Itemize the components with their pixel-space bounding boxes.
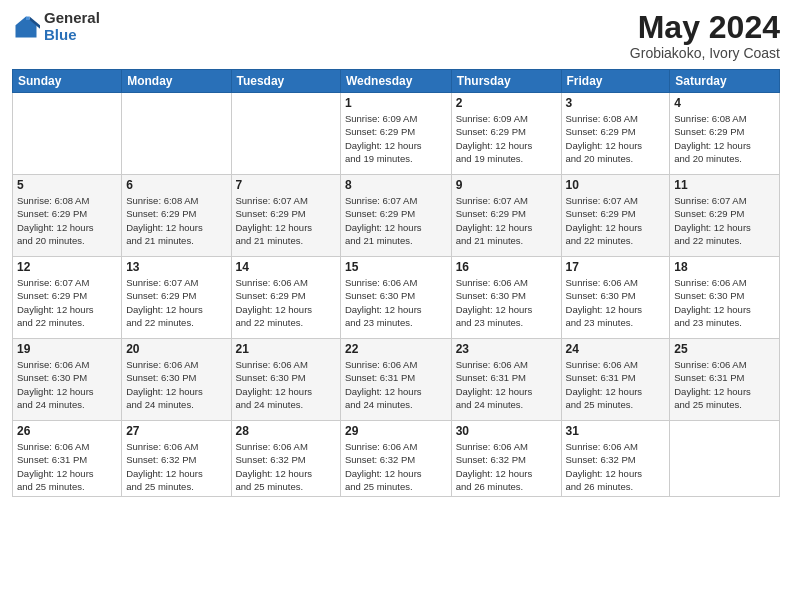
day-info-23: Sunrise: 6:06 AM Sunset: 6:31 PM Dayligh… bbox=[456, 358, 557, 411]
header-wednesday: Wednesday bbox=[340, 70, 451, 93]
calendar-cell-w0-d4: 2Sunrise: 6:09 AM Sunset: 6:29 PM Daylig… bbox=[451, 93, 561, 175]
day-number-8: 8 bbox=[345, 178, 447, 192]
calendar-cell-w4-d6 bbox=[670, 421, 780, 497]
location: Grobiakoko, Ivory Coast bbox=[630, 45, 780, 61]
day-info-26: Sunrise: 6:06 AM Sunset: 6:31 PM Dayligh… bbox=[17, 440, 117, 493]
calendar-cell-w3-d6: 25Sunrise: 6:06 AM Sunset: 6:31 PM Dayli… bbox=[670, 339, 780, 421]
day-number-7: 7 bbox=[236, 178, 336, 192]
logo: General Blue bbox=[12, 10, 100, 43]
calendar-cell-w2-d5: 17Sunrise: 6:06 AM Sunset: 6:30 PM Dayli… bbox=[561, 257, 670, 339]
day-number-11: 11 bbox=[674, 178, 775, 192]
calendar-cell-w2-d1: 13Sunrise: 6:07 AM Sunset: 6:29 PM Dayli… bbox=[122, 257, 231, 339]
calendar-cell-w2-d4: 16Sunrise: 6:06 AM Sunset: 6:30 PM Dayli… bbox=[451, 257, 561, 339]
month-year: May 2024 bbox=[630, 10, 780, 45]
week-row-3: 19Sunrise: 6:06 AM Sunset: 6:30 PM Dayli… bbox=[13, 339, 780, 421]
day-info-7: Sunrise: 6:07 AM Sunset: 6:29 PM Dayligh… bbox=[236, 194, 336, 247]
day-info-31: Sunrise: 6:06 AM Sunset: 6:32 PM Dayligh… bbox=[566, 440, 666, 493]
day-info-30: Sunrise: 6:06 AM Sunset: 6:32 PM Dayligh… bbox=[456, 440, 557, 493]
day-info-3: Sunrise: 6:08 AM Sunset: 6:29 PM Dayligh… bbox=[566, 112, 666, 165]
day-info-21: Sunrise: 6:06 AM Sunset: 6:30 PM Dayligh… bbox=[236, 358, 336, 411]
day-info-2: Sunrise: 6:09 AM Sunset: 6:29 PM Dayligh… bbox=[456, 112, 557, 165]
logo-text: General Blue bbox=[44, 10, 100, 43]
day-number-4: 4 bbox=[674, 96, 775, 110]
day-number-16: 16 bbox=[456, 260, 557, 274]
day-number-1: 1 bbox=[345, 96, 447, 110]
day-info-11: Sunrise: 6:07 AM Sunset: 6:29 PM Dayligh… bbox=[674, 194, 775, 247]
calendar-cell-w2-d6: 18Sunrise: 6:06 AM Sunset: 6:30 PM Dayli… bbox=[670, 257, 780, 339]
week-row-2: 12Sunrise: 6:07 AM Sunset: 6:29 PM Dayli… bbox=[13, 257, 780, 339]
day-info-14: Sunrise: 6:06 AM Sunset: 6:29 PM Dayligh… bbox=[236, 276, 336, 329]
svg-marker-2 bbox=[26, 16, 30, 20]
calendar-cell-w2-d2: 14Sunrise: 6:06 AM Sunset: 6:29 PM Dayli… bbox=[231, 257, 340, 339]
day-number-9: 9 bbox=[456, 178, 557, 192]
calendar-cell-w3-d4: 23Sunrise: 6:06 AM Sunset: 6:31 PM Dayli… bbox=[451, 339, 561, 421]
header: General Blue May 2024 Grobiakoko, Ivory … bbox=[12, 10, 780, 61]
day-number-23: 23 bbox=[456, 342, 557, 356]
day-number-14: 14 bbox=[236, 260, 336, 274]
calendar-cell-w0-d2 bbox=[231, 93, 340, 175]
calendar-cell-w1-d0: 5Sunrise: 6:08 AM Sunset: 6:29 PM Daylig… bbox=[13, 175, 122, 257]
day-number-6: 6 bbox=[126, 178, 226, 192]
day-number-29: 29 bbox=[345, 424, 447, 438]
header-friday: Friday bbox=[561, 70, 670, 93]
calendar-cell-w0-d6: 4Sunrise: 6:08 AM Sunset: 6:29 PM Daylig… bbox=[670, 93, 780, 175]
calendar-cell-w4-d0: 26Sunrise: 6:06 AM Sunset: 6:31 PM Dayli… bbox=[13, 421, 122, 497]
day-info-20: Sunrise: 6:06 AM Sunset: 6:30 PM Dayligh… bbox=[126, 358, 226, 411]
day-info-10: Sunrise: 6:07 AM Sunset: 6:29 PM Dayligh… bbox=[566, 194, 666, 247]
day-number-25: 25 bbox=[674, 342, 775, 356]
day-number-3: 3 bbox=[566, 96, 666, 110]
day-info-8: Sunrise: 6:07 AM Sunset: 6:29 PM Dayligh… bbox=[345, 194, 447, 247]
day-info-5: Sunrise: 6:08 AM Sunset: 6:29 PM Dayligh… bbox=[17, 194, 117, 247]
logo-general-text: General bbox=[44, 10, 100, 27]
day-info-9: Sunrise: 6:07 AM Sunset: 6:29 PM Dayligh… bbox=[456, 194, 557, 247]
day-number-5: 5 bbox=[17, 178, 117, 192]
day-number-12: 12 bbox=[17, 260, 117, 274]
day-info-13: Sunrise: 6:07 AM Sunset: 6:29 PM Dayligh… bbox=[126, 276, 226, 329]
week-row-1: 5Sunrise: 6:08 AM Sunset: 6:29 PM Daylig… bbox=[13, 175, 780, 257]
header-saturday: Saturday bbox=[670, 70, 780, 93]
logo-icon bbox=[12, 13, 40, 41]
day-number-19: 19 bbox=[17, 342, 117, 356]
day-number-30: 30 bbox=[456, 424, 557, 438]
calendar-cell-w1-d5: 10Sunrise: 6:07 AM Sunset: 6:29 PM Dayli… bbox=[561, 175, 670, 257]
day-number-18: 18 bbox=[674, 260, 775, 274]
day-number-20: 20 bbox=[126, 342, 226, 356]
day-info-17: Sunrise: 6:06 AM Sunset: 6:30 PM Dayligh… bbox=[566, 276, 666, 329]
calendar-cell-w4-d3: 29Sunrise: 6:06 AM Sunset: 6:32 PM Dayli… bbox=[340, 421, 451, 497]
calendar-cell-w1-d3: 8Sunrise: 6:07 AM Sunset: 6:29 PM Daylig… bbox=[340, 175, 451, 257]
day-info-12: Sunrise: 6:07 AM Sunset: 6:29 PM Dayligh… bbox=[17, 276, 117, 329]
week-row-0: 1Sunrise: 6:09 AM Sunset: 6:29 PM Daylig… bbox=[13, 93, 780, 175]
page: General Blue May 2024 Grobiakoko, Ivory … bbox=[0, 0, 792, 612]
calendar-cell-w0-d3: 1Sunrise: 6:09 AM Sunset: 6:29 PM Daylig… bbox=[340, 93, 451, 175]
day-info-25: Sunrise: 6:06 AM Sunset: 6:31 PM Dayligh… bbox=[674, 358, 775, 411]
day-number-24: 24 bbox=[566, 342, 666, 356]
day-info-27: Sunrise: 6:06 AM Sunset: 6:32 PM Dayligh… bbox=[126, 440, 226, 493]
header-tuesday: Tuesday bbox=[231, 70, 340, 93]
calendar-cell-w1-d6: 11Sunrise: 6:07 AM Sunset: 6:29 PM Dayli… bbox=[670, 175, 780, 257]
calendar-cell-w1-d1: 6Sunrise: 6:08 AM Sunset: 6:29 PM Daylig… bbox=[122, 175, 231, 257]
header-thursday: Thursday bbox=[451, 70, 561, 93]
calendar-cell-w4-d2: 28Sunrise: 6:06 AM Sunset: 6:32 PM Dayli… bbox=[231, 421, 340, 497]
day-info-15: Sunrise: 6:06 AM Sunset: 6:30 PM Dayligh… bbox=[345, 276, 447, 329]
day-number-10: 10 bbox=[566, 178, 666, 192]
day-number-21: 21 bbox=[236, 342, 336, 356]
day-number-15: 15 bbox=[345, 260, 447, 274]
calendar-cell-w3-d5: 24Sunrise: 6:06 AM Sunset: 6:31 PM Dayli… bbox=[561, 339, 670, 421]
day-info-16: Sunrise: 6:06 AM Sunset: 6:30 PM Dayligh… bbox=[456, 276, 557, 329]
day-info-28: Sunrise: 6:06 AM Sunset: 6:32 PM Dayligh… bbox=[236, 440, 336, 493]
week-row-4: 26Sunrise: 6:06 AM Sunset: 6:31 PM Dayli… bbox=[13, 421, 780, 497]
calendar-cell-w3-d0: 19Sunrise: 6:06 AM Sunset: 6:30 PM Dayli… bbox=[13, 339, 122, 421]
day-number-13: 13 bbox=[126, 260, 226, 274]
calendar-cell-w2-d0: 12Sunrise: 6:07 AM Sunset: 6:29 PM Dayli… bbox=[13, 257, 122, 339]
header-monday: Monday bbox=[122, 70, 231, 93]
day-info-24: Sunrise: 6:06 AM Sunset: 6:31 PM Dayligh… bbox=[566, 358, 666, 411]
calendar-cell-w3-d3: 22Sunrise: 6:06 AM Sunset: 6:31 PM Dayli… bbox=[340, 339, 451, 421]
calendar-cell-w4-d1: 27Sunrise: 6:06 AM Sunset: 6:32 PM Dayli… bbox=[122, 421, 231, 497]
day-number-17: 17 bbox=[566, 260, 666, 274]
day-number-2: 2 bbox=[456, 96, 557, 110]
day-info-18: Sunrise: 6:06 AM Sunset: 6:30 PM Dayligh… bbox=[674, 276, 775, 329]
day-info-4: Sunrise: 6:08 AM Sunset: 6:29 PM Dayligh… bbox=[674, 112, 775, 165]
day-info-19: Sunrise: 6:06 AM Sunset: 6:30 PM Dayligh… bbox=[17, 358, 117, 411]
calendar-cell-w2-d3: 15Sunrise: 6:06 AM Sunset: 6:30 PM Dayli… bbox=[340, 257, 451, 339]
day-info-29: Sunrise: 6:06 AM Sunset: 6:32 PM Dayligh… bbox=[345, 440, 447, 493]
